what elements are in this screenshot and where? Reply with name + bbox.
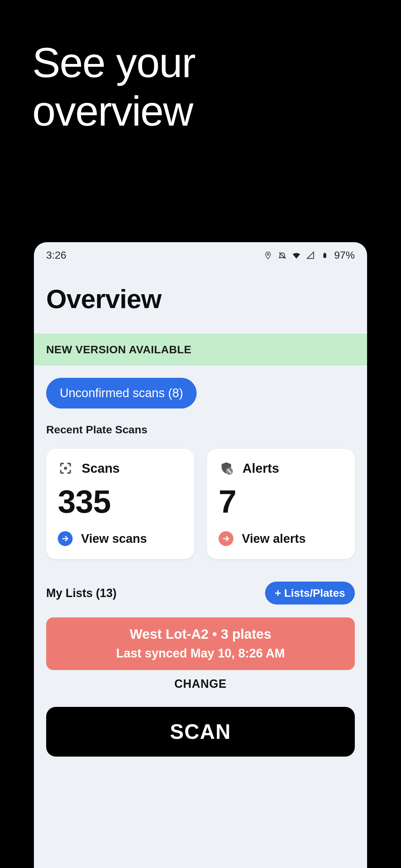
view-scans-link[interactable]: View scans bbox=[58, 531, 182, 546]
location-icon bbox=[263, 251, 273, 260]
status-time: 3:26 bbox=[46, 249, 66, 261]
status-icons: 97% bbox=[263, 249, 355, 261]
scans-count: 335 bbox=[58, 483, 182, 520]
svg-rect-2 bbox=[324, 252, 326, 253]
phone-frame: 3:26 bbox=[34, 242, 367, 868]
scans-card: Scans 335 View scans bbox=[46, 449, 194, 559]
my-lists-label: My Lists (13) bbox=[46, 586, 117, 600]
alerts-card: Alerts 7 View alerts bbox=[207, 449, 355, 559]
cell-signal-icon bbox=[306, 251, 315, 260]
promo-line1: See your bbox=[32, 39, 195, 87]
page-title: Overview bbox=[46, 284, 367, 314]
battery-icon bbox=[320, 251, 330, 260]
svg-rect-1 bbox=[323, 253, 326, 258]
svg-point-3 bbox=[65, 467, 66, 469]
alerts-card-title: Alerts bbox=[243, 461, 279, 476]
arrow-right-icon bbox=[219, 531, 234, 546]
scans-card-title: Scans bbox=[82, 461, 120, 476]
scan-target-icon bbox=[58, 461, 73, 476]
notifications-off-icon bbox=[277, 251, 287, 260]
add-lists-plates-button[interactable]: + Lists/Plates bbox=[265, 582, 355, 604]
arrow-right-icon bbox=[58, 531, 73, 546]
promo-line2: overview bbox=[32, 87, 195, 135]
alerts-count: 7 bbox=[219, 483, 343, 520]
active-lot-card[interactable]: West Lot-A2 • 3 plates Last synced May 1… bbox=[46, 617, 355, 670]
unconfirmed-scans-button[interactable]: Unconfirmed scans (8) bbox=[46, 378, 197, 408]
scan-button[interactable]: SCAN bbox=[46, 707, 355, 756]
status-bar: 3:26 bbox=[34, 242, 367, 265]
view-alerts-link[interactable]: View alerts bbox=[219, 531, 343, 546]
view-alerts-label: View alerts bbox=[242, 532, 306, 546]
promo-title: See your overview bbox=[32, 39, 195, 135]
battery-percentage: 97% bbox=[334, 249, 355, 261]
svg-point-0 bbox=[267, 253, 269, 255]
shield-alert-icon bbox=[219, 461, 234, 476]
lot-subtitle: Last synced May 10, 8:26 AM bbox=[53, 647, 348, 660]
change-button[interactable]: CHANGE bbox=[46, 677, 355, 691]
view-scans-label: View scans bbox=[81, 532, 147, 546]
recent-plate-scans-label: Recent Plate Scans bbox=[46, 423, 355, 436]
lot-title: West Lot-A2 • 3 plates bbox=[53, 626, 348, 642]
update-banner[interactable]: NEW VERSION AVAILABLE bbox=[34, 334, 367, 366]
wifi-icon bbox=[291, 251, 301, 260]
